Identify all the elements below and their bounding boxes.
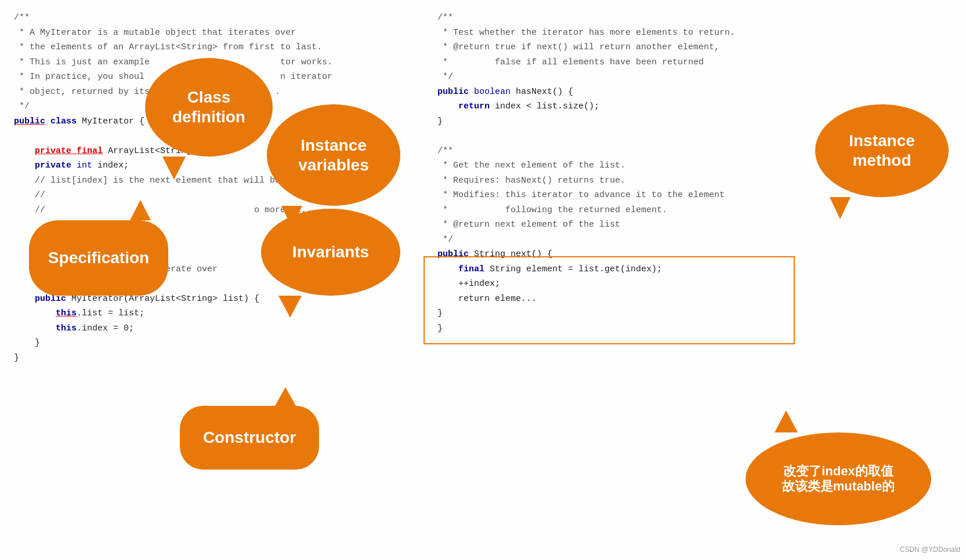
bubble-label: 改变了index的取值 故该类是mutable的 bbox=[782, 464, 895, 494]
code-line: this.index = 0; bbox=[14, 321, 410, 336]
class-definition-bubble: Class definition bbox=[145, 58, 273, 157]
bubble-label: Instance variables bbox=[298, 136, 368, 174]
code-line: this.list = list; bbox=[14, 306, 410, 321]
bubble-label: Constructor bbox=[203, 428, 296, 448]
specification-bubble: Specification bbox=[29, 220, 168, 296]
code-line: * false if all elements have been return… bbox=[437, 55, 952, 70]
code-line: public boolean hasNext() { bbox=[437, 85, 952, 100]
chinese-note-bubble: 改变了index的取值 故该类是mutable的 bbox=[746, 432, 931, 525]
watermark: CSDN @YDDonald bbox=[900, 544, 960, 555]
code-line: /** bbox=[14, 10, 410, 26]
bubble-label: Specification bbox=[48, 248, 149, 268]
bubble-label: Class definition bbox=[172, 88, 245, 126]
code-line: /** bbox=[437, 10, 952, 26]
main-container: /** * A MyIterator is a mutable object t… bbox=[0, 0, 966, 560]
code-line: * @return true if next() will return ano… bbox=[437, 40, 952, 55]
code-line: * @return next element of the list bbox=[437, 217, 952, 232]
bubble-label: Instance method bbox=[849, 131, 915, 170]
code-line: * the elements of an ArrayList<String> f… bbox=[14, 40, 410, 55]
code-line: */ bbox=[437, 232, 952, 248]
code-line: * Test whether the iterator has more ele… bbox=[437, 26, 952, 41]
code-line: } bbox=[14, 336, 410, 351]
instance-variables-bubble: Instance variables bbox=[267, 104, 400, 206]
left-code-panel: /** * A MyIterator is a mutable object t… bbox=[0, 0, 424, 560]
right-code-panel: /** * Test whether the iterator has more… bbox=[424, 0, 966, 560]
next-method-highlight bbox=[424, 256, 795, 344]
code-line: * A MyIterator is a mutable object that … bbox=[14, 26, 410, 41]
invariants-bubble: Invariants bbox=[261, 209, 400, 296]
code-line: } bbox=[14, 351, 410, 366]
instance-method-bubble: Instance method bbox=[815, 104, 949, 197]
code-line: */ bbox=[437, 70, 952, 85]
code-line: * following the returned element. bbox=[437, 203, 952, 218]
constructor-bubble: Constructor bbox=[180, 406, 319, 470]
bubble-label: Invariants bbox=[292, 242, 369, 262]
